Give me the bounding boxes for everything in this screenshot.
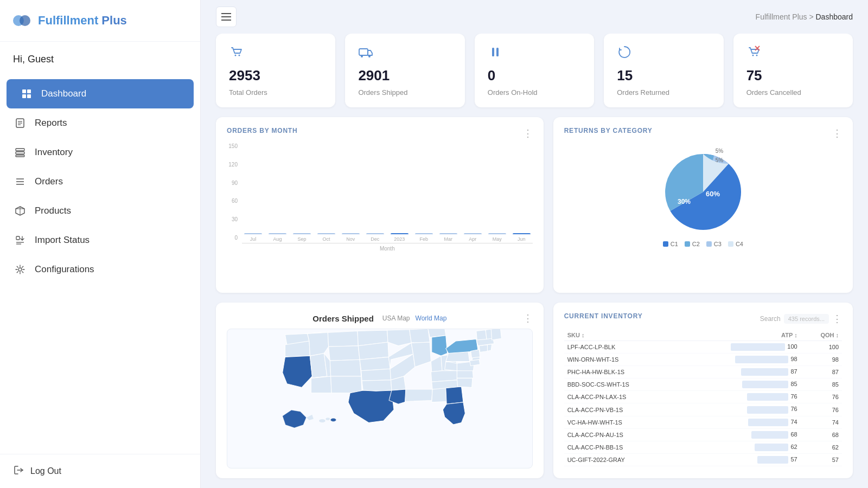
stat-card-total-orders: 2953 Total Orders — [216, 34, 335, 107]
atp-cell: 62 — [679, 441, 801, 453]
breadcrumb-parent: Fulfillment Plus — [756, 12, 807, 21]
sku-cell: CLA-ACC-PN-AU-1S — [564, 428, 679, 441]
hamburger-button[interactable] — [216, 7, 237, 27]
svg-rect-2 — [22, 89, 26, 93]
atp-cell: 68 — [679, 428, 801, 441]
atp-bar — [755, 444, 788, 451]
legend-c2-label: C2 — [692, 241, 700, 247]
map-card-header: ⋮ Orders Shipped USA Map World Map ⋮ — [227, 312, 533, 324]
atp-bar — [735, 356, 788, 363]
svg-marker-65 — [431, 356, 442, 371]
sku-cell: CLA-ACC-PN-BB-1S — [564, 441, 679, 453]
bar-group: 2023 — [388, 233, 411, 242]
inventory-header-row: SKU ↕ ATP ↕ QOH ↕ — [564, 330, 842, 341]
orders-shipped-label: Orders Shipped — [358, 88, 451, 97]
qoh-cell: 85 — [801, 378, 842, 391]
svg-point-25 — [239, 55, 240, 56]
atp-bar — [742, 381, 788, 388]
bar-group: Oct — [315, 233, 337, 242]
atp-bar — [747, 406, 788, 414]
bar — [391, 233, 409, 234]
svg-text:30%: 30% — [678, 198, 691, 206]
dashboard-icon — [20, 87, 34, 101]
svg-text:60%: 60% — [706, 190, 720, 198]
svg-rect-26 — [359, 49, 368, 55]
sidebar-item-dashboard[interactable]: Dashboard — [7, 79, 194, 108]
bar-group: Apr — [462, 233, 484, 242]
svg-marker-52 — [360, 357, 390, 370]
qoh-cell: 76 — [801, 403, 842, 416]
import-status-icon — [13, 233, 27, 247]
logout-icon — [13, 464, 25, 478]
sku-cell: UC-GIFT-2022-GRAY — [564, 453, 679, 466]
app-name: Fulfillment Plus — [38, 14, 127, 28]
svg-rect-4 — [22, 94, 26, 98]
svg-marker-56 — [387, 330, 411, 346]
bar — [415, 233, 433, 234]
svg-marker-88 — [283, 410, 307, 428]
sku-cell: PHC-HA-HW-BLK-1S — [564, 366, 679, 378]
orders-by-month-chart: ORDERS BY MONTH ⋮ 150 120 90 60 30 0 Jul… — [216, 117, 544, 293]
sidebar-item-products[interactable]: Products — [0, 196, 200, 226]
sidebar-item-label: Inventory — [35, 147, 73, 158]
inventory-search-input[interactable]: 435 records... — [784, 314, 829, 324]
breadcrumb: Fulfillment Plus > Dashboard — [756, 12, 853, 21]
qoh-cell: 98 — [801, 354, 842, 366]
usa-map-link[interactable]: USA Map — [382, 314, 410, 322]
bar — [488, 233, 506, 234]
inventory-controls: Search 435 records... ⋮ — [760, 313, 842, 325]
orders-shipped-value: 2901 — [358, 67, 451, 84]
svg-marker-82 — [479, 345, 488, 352]
svg-marker-48 — [330, 359, 361, 376]
charts-row: ORDERS BY MONTH ⋮ 150 120 90 60 30 0 Jul… — [201, 117, 868, 303]
bar-label: Nov — [346, 236, 355, 242]
svg-point-91 — [326, 418, 330, 420]
sidebar-item-label: Dashboard — [41, 88, 86, 99]
search-label: Search — [760, 315, 781, 323]
sku-cell: CLA-ACC-PN-VB-1S — [564, 403, 679, 416]
bar-group: Mar — [437, 233, 459, 242]
stat-card-orders-shipped: 2901 Orders Shipped — [345, 34, 464, 107]
bar-label: Dec — [371, 236, 379, 242]
atp-cell: 74 — [679, 416, 801, 428]
svg-marker-76 — [445, 362, 457, 371]
inventory-menu[interactable]: ⋮ — [832, 313, 842, 325]
sidebar-item-configurations[interactable]: Configurations — [0, 255, 200, 284]
world-map-link[interactable]: World Map — [416, 314, 447, 322]
bar-label: Jul — [250, 236, 257, 242]
map-menu[interactable]: ⋮ — [523, 312, 533, 324]
inventory-header: CURRENT INVENTORY Search 435 records... … — [564, 312, 842, 325]
usa-map-svg: .state { fill: #dce8f5; stroke: #fff; st… — [239, 329, 521, 468]
bar — [342, 233, 360, 234]
svg-marker-70 — [432, 388, 446, 402]
orders-chart-menu[interactable]: ⋮ — [523, 127, 533, 139]
logout-button[interactable]: Log Out — [13, 464, 187, 478]
sku-cell: BBD-SOC-CS-WHT-1S — [564, 378, 679, 391]
hamburger-line — [221, 20, 231, 21]
sidebar-item-import-status[interactable]: Import Status — [0, 226, 200, 255]
sidebar-item-label: Configurations — [35, 264, 94, 275]
table-row: UC-GIFT-2022-GRAY5757 — [564, 453, 842, 466]
stat-card-orders-cancelled: 75 Orders Cancelled — [733, 34, 853, 107]
pie-legend: C1 C2 C3 C4 — [663, 241, 743, 247]
bar-group: Dec — [364, 233, 386, 242]
configurations-icon — [13, 262, 27, 277]
sidebar-item-label: Import Status — [35, 235, 90, 246]
sidebar-item-orders[interactable]: Orders — [0, 167, 200, 196]
sidebar-item-inventory[interactable]: Inventory — [0, 138, 200, 167]
table-row: CLA-ACC-PN-VB-1S7676 — [564, 403, 842, 416]
table-row: PHC-HA-HW-BLK-1S8787 — [564, 366, 842, 378]
map-title: Orders Shipped — [312, 314, 374, 323]
returns-chart-menu[interactable]: ⋮ — [832, 127, 842, 139]
inventory-table-container: SKU ↕ ATP ↕ QOH ↕ LPF-ACC-LP-BLK100100WI… — [564, 330, 842, 468]
map-links: USA Map World Map — [382, 314, 447, 322]
main-area: Fulfillment Plus > Dashboard 2953 Total … — [201, 0, 868, 488]
svg-point-1 — [20, 15, 30, 26]
atp-bar — [741, 368, 788, 376]
sidebar-item-reports[interactable]: Reports — [0, 108, 200, 138]
svg-point-31 — [752, 55, 754, 56]
svg-marker-72 — [443, 402, 465, 425]
qoh-column-header: QOH ↕ — [801, 330, 842, 341]
sidebar-item-label: Reports — [35, 118, 67, 129]
bar — [317, 233, 335, 234]
